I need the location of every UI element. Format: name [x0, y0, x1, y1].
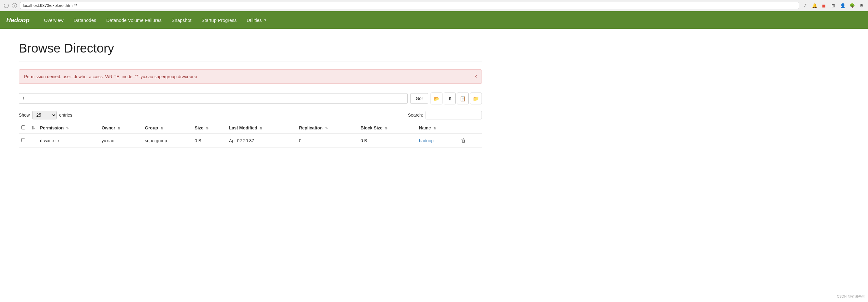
browser-icon-user[interactable]: 👤: [840, 3, 845, 8]
nav-item-utilities[interactable]: Utilities ▼: [242, 11, 272, 29]
select-all-checkbox[interactable]: [21, 125, 25, 129]
table-row: drwxr-xr-x yuxiao supergroup 0 B Apr 02 …: [19, 134, 482, 147]
row-owner: yuxiao: [99, 134, 143, 147]
table-controls: Show 10 25 50 100 entries Search:: [19, 111, 482, 120]
navbar-nav: Overview Datanodes Datanode Volume Failu…: [39, 11, 272, 29]
th-replication[interactable]: Replication ⇅: [297, 122, 358, 134]
table-header-row: ⇅ Permission ⇅ Owner ⇅ Group ⇅ Size ⇅: [19, 122, 482, 134]
row-block-size: 0 B: [358, 134, 416, 147]
page-title: Browse Directory: [19, 41, 482, 55]
browser-icon-1[interactable]: 𝓣: [802, 3, 808, 8]
new-folder-button[interactable]: 📁: [470, 93, 482, 104]
sort-icon-block-size: ⇅: [385, 127, 388, 130]
utilities-label: Utilities: [247, 18, 261, 23]
sort-icon-owner: ⇅: [118, 127, 120, 130]
divider: [19, 62, 482, 62]
row-checkbox[interactable]: [21, 138, 25, 142]
alert-message: Permission denied: user=dr.who, access=W…: [24, 74, 197, 79]
navbar-brand[interactable]: Hadoop: [6, 16, 29, 24]
sort-icon-name: ⇅: [433, 127, 436, 130]
row-permission: drwxr-xr-x: [37, 134, 99, 147]
th-group[interactable]: Group ⇅: [143, 122, 192, 134]
th-actions: [457, 122, 482, 134]
main-content: Browse Directory Permission denied: user…: [0, 29, 501, 160]
show-label: Show: [19, 112, 30, 118]
browser-icon-qr[interactable]: ⊞: [831, 3, 836, 8]
th-owner[interactable]: Owner ⇅: [99, 122, 143, 134]
utilities-chevron: ▼: [264, 19, 267, 22]
th-name[interactable]: Name ⇅: [416, 122, 457, 134]
new-file-icon: 📋: [460, 96, 466, 102]
nav-item-datanode-volume-failures[interactable]: Datanode Volume Failures: [101, 11, 167, 29]
entries-label: entries: [59, 112, 72, 118]
row-checkbox-cell: [19, 134, 29, 147]
sort-icon-1[interactable]: ⇅: [31, 125, 35, 130]
row-delete-button[interactable]: 🗑: [459, 137, 468, 144]
upload-button[interactable]: ⬆: [444, 93, 456, 104]
nav-item-datanodes[interactable]: Datanodes: [68, 11, 101, 29]
browser-icon-3[interactable]: ◼: [821, 3, 827, 8]
th-last-modified[interactable]: Last Modified ⇅: [226, 122, 297, 134]
th-size[interactable]: Size ⇅: [192, 122, 226, 134]
new-folder-icon: 📁: [473, 96, 479, 102]
search-input[interactable]: [426, 111, 482, 120]
browser-icons: 𝓣 🔔 ◼ ⊞ 👤 🌳 ⚙: [802, 3, 864, 8]
browser-icon-notifications[interactable]: 🔔: [812, 3, 817, 8]
go-button[interactable]: Go!: [410, 93, 428, 104]
upload-icon: ⬆: [448, 96, 452, 102]
info-icon: i: [12, 3, 17, 8]
action-buttons: 📂 ⬆ 📋 📁: [431, 93, 482, 104]
row-last-modified: Apr 02 20:37: [226, 134, 297, 147]
th-sort-icon: ⇅: [29, 122, 37, 134]
browser-chrome: i 𝓣 🔔 ◼ ⊞ 👤 🌳 ⚙: [0, 0, 868, 11]
url-bar[interactable]: [20, 2, 799, 9]
open-folder-icon: 📂: [433, 96, 440, 102]
nav-item-overview[interactable]: Overview: [39, 11, 68, 29]
th-permission[interactable]: Permission ⇅: [37, 122, 99, 134]
browser-icon-settings[interactable]: ⚙: [859, 3, 864, 8]
entries-select[interactable]: 10 25 50 100: [32, 111, 57, 120]
path-input[interactable]: [19, 93, 408, 104]
directory-table: ⇅ Permission ⇅ Owner ⇅ Group ⇅ Size ⇅: [19, 122, 482, 147]
sort-icon-last-modified: ⇅: [260, 127, 262, 130]
loading-spinner: [4, 3, 9, 8]
open-folder-button[interactable]: 📂: [431, 93, 442, 104]
new-file-button[interactable]: 📋: [457, 93, 469, 104]
sort-icon-replication: ⇅: [325, 127, 328, 130]
th-checkbox: [19, 122, 29, 134]
row-name-cell: hadoop: [416, 134, 457, 147]
path-row: Go! 📂 ⬆ 📋 📁: [19, 93, 482, 104]
sort-icon-group: ⇅: [160, 127, 163, 130]
nav-item-startup-progress[interactable]: Startup Progress: [196, 11, 242, 29]
sort-icon-permission: ⇅: [66, 127, 68, 130]
row-replication: 0: [297, 134, 358, 147]
alert-close-button[interactable]: ×: [474, 74, 477, 79]
row-name-link[interactable]: hadoop: [419, 138, 434, 143]
row-size: 0 B: [192, 134, 226, 147]
sort-icon-size: ⇅: [206, 127, 208, 130]
permission-error-alert: Permission denied: user=dr.who, access=W…: [19, 69, 482, 84]
search-label: Search:: [408, 112, 423, 118]
navbar: Hadoop Overview Datanodes Datanode Volum…: [0, 11, 868, 29]
row-group: supergroup: [143, 134, 192, 147]
nav-item-snapshot[interactable]: Snapshot: [166, 11, 196, 29]
browser-icon-tree[interactable]: 🌳: [849, 3, 855, 8]
row-sort-cell: [29, 134, 37, 147]
th-block-size[interactable]: Block Size ⇅: [358, 122, 416, 134]
row-actions-cell: 🗑: [457, 134, 482, 147]
